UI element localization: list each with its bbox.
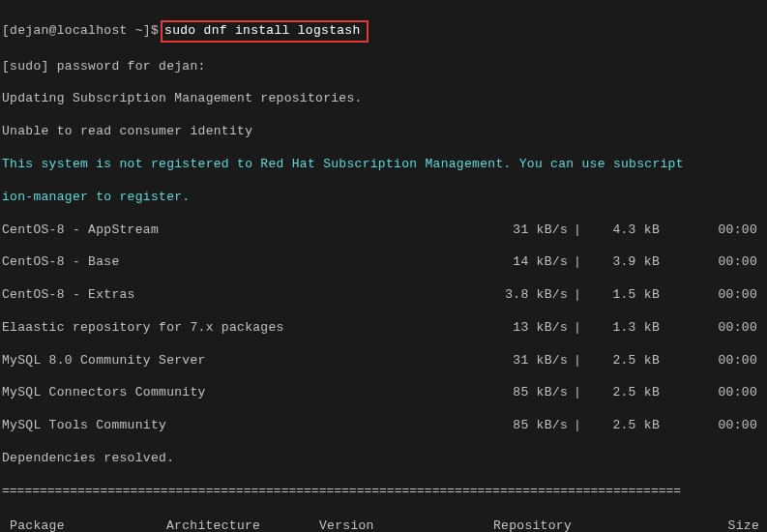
repo-speed: 13 kB/s — [476, 320, 568, 337]
repo-time: 00:00 — [660, 222, 765, 239]
repo-size: 2.5 kB — [587, 418, 660, 434]
repo-size: 1.5 kB — [587, 287, 660, 304]
repo-row: CentOS-8 - Base14 kB/s|3.9 kB00:00 — [2, 254, 765, 271]
repo-time: 00:00 — [660, 254, 765, 271]
repo-name: MySQL Tools Community — [2, 418, 476, 434]
repo-sep: | — [568, 353, 587, 369]
terminal-output: [dejan@localhost ~]$sudo dnf install log… — [0, 0, 767, 532]
repo-time: 00:00 — [660, 320, 765, 337]
repo-speed: 31 kB/s — [476, 222, 568, 239]
repo-sep: | — [568, 254, 587, 271]
repo-size: 2.5 kB — [587, 385, 660, 401]
shell-prompt: [dejan@localhost ~]$ — [2, 23, 159, 40]
repo-row: Elaastic repository for 7.x packages13 k… — [2, 320, 765, 337]
repo-sep: | — [568, 385, 587, 401]
warning-line: ion-manager to register. — [2, 190, 765, 206]
repo-size: 4.3 kB — [587, 222, 660, 239]
table-header: PackageArchitectureVersionRepositorySize — [2, 517, 765, 532]
repo-time: 00:00 — [660, 385, 765, 401]
col-repo: Repository — [493, 518, 687, 532]
repo-speed: 14 kB/s — [476, 254, 568, 271]
repo-speed: 31 kB/s — [476, 353, 568, 369]
repo-name: MySQL 8.0 Community Server — [2, 353, 476, 369]
repo-name: Elaastic repository for 7.x packages — [2, 320, 476, 337]
repo-speed: 3.8 kB/s — [476, 287, 568, 304]
col-arch: Architecture — [166, 518, 319, 532]
repo-sep: | — [568, 222, 587, 239]
prompt-line: [dejan@localhost ~]$sudo dnf install log… — [2, 20, 765, 43]
output-line: Unable to read consumer identity — [2, 124, 765, 140]
output-line: Dependencies resolved. — [2, 451, 765, 467]
repo-speed: 85 kB/s — [476, 385, 568, 401]
repo-name: CentOS-8 - Base — [2, 254, 476, 271]
repo-time: 00:00 — [660, 353, 765, 369]
separator: ========================================… — [2, 484, 765, 500]
repo-sep: | — [568, 418, 587, 434]
col-size: Size — [687, 518, 765, 532]
repo-sep: | — [568, 287, 587, 304]
repo-row: MySQL Tools Community85 kB/s|2.5 kB00:00 — [2, 418, 765, 434]
highlighted-command: sudo dnf install logstash — [161, 20, 369, 43]
repo-name: CentOS-8 - AppStream — [2, 222, 476, 239]
repo-time: 00:00 — [660, 287, 765, 304]
output-line: Updating Subscription Management reposit… — [2, 91, 765, 107]
repo-speed: 85 kB/s — [476, 418, 568, 434]
col-version: Version — [319, 518, 493, 532]
repo-size: 1.3 kB — [587, 320, 660, 337]
repo-name: CentOS-8 - Extras — [2, 287, 476, 304]
col-package: Package — [2, 518, 166, 532]
repo-sep: | — [568, 320, 587, 337]
warning-line: This system is not registered to Red Hat… — [2, 157, 765, 173]
repo-row: MySQL Connectors Community85 kB/s|2.5 kB… — [2, 385, 765, 401]
repo-size: 2.5 kB — [587, 353, 660, 369]
repo-row: MySQL 8.0 Community Server31 kB/s|2.5 kB… — [2, 353, 765, 369]
sudo-password-line: [sudo] password for dejan: — [2, 59, 765, 75]
repo-row: CentOS-8 - AppStream31 kB/s|4.3 kB00:00 — [2, 222, 765, 239]
repo-row: CentOS-8 - Extras3.8 kB/s|1.5 kB00:00 — [2, 287, 765, 304]
repo-size: 3.9 kB — [587, 254, 660, 271]
repo-time: 00:00 — [660, 418, 765, 434]
repo-name: MySQL Connectors Community — [2, 385, 476, 401]
